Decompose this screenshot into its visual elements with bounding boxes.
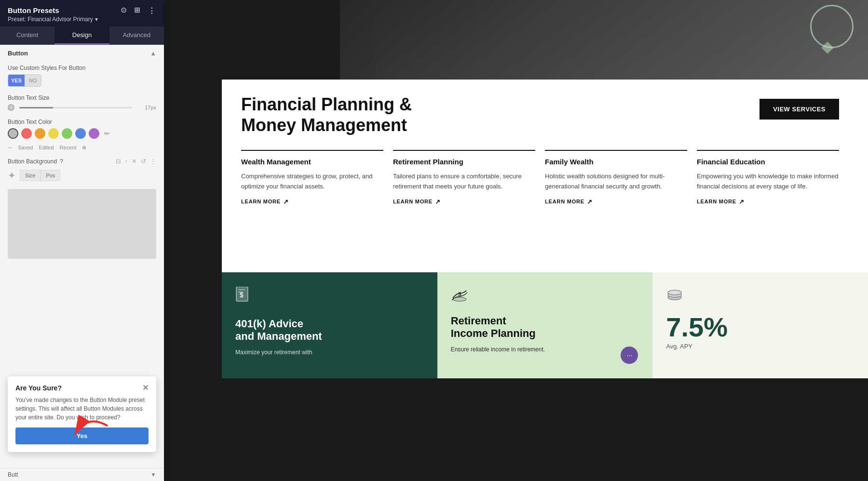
swatch-purple[interactable]	[89, 128, 99, 139]
white-section: Financial Planning & Money Management VI…	[222, 80, 868, 272]
card-retirement-income-desc: Ensure reliable income in retirement.	[451, 345, 639, 354]
swatch-orange[interactable]	[35, 128, 45, 139]
custom-styles-toggle[interactable]: YES NO	[8, 74, 41, 87]
service-title-family: Family Wealth	[545, 158, 687, 166]
card-401k-desc: Maximize your retirement with	[235, 348, 424, 357]
add-icon[interactable]: ⊕	[82, 145, 86, 151]
service-col-education: Financial Education Empowering you with …	[697, 150, 839, 205]
learn-more-retirement[interactable]: LEARN MORE ↗	[393, 198, 535, 205]
swatch-green[interactable]	[62, 128, 72, 139]
saved-label[interactable]: Saved	[18, 145, 33, 151]
arrow-icon-family: ↗	[587, 198, 593, 205]
card-401k-icon: $	[235, 287, 424, 308]
swatch-blue[interactable]	[75, 128, 86, 139]
view-services-button[interactable]: VIEW SERVICES	[760, 99, 839, 120]
text-size-row: Button Text Size 17px	[0, 91, 164, 115]
custom-styles-row: Use Custom Styles For Button YES NO	[0, 61, 164, 91]
preset-label: Preset: Financial Advisor Primary	[8, 16, 93, 23]
toggle-yes[interactable]: YES	[8, 75, 25, 86]
panel-bottom-label: Butt ▼	[0, 468, 164, 481]
main-title: Financial Planning & Money Management	[241, 94, 412, 135]
service-col-family: Family Wealth Holistic wealth solutions …	[545, 150, 687, 205]
pos-button[interactable]: Pos	[41, 170, 60, 181]
help-icon[interactable]: ?	[60, 158, 63, 165]
fullscreen-icon[interactable]: ⊙	[121, 6, 129, 14]
apy-number: 7.5%	[666, 314, 854, 341]
edited-label[interactable]: Edited	[39, 145, 54, 151]
size-button[interactable]: Size	[20, 170, 41, 181]
swatch-red[interactable]	[21, 128, 32, 139]
slider-track	[19, 107, 132, 108]
card-apy: 7.5% Avg. APY	[652, 272, 868, 378]
svg-rect-4	[238, 292, 243, 293]
panel-header: Button Presets ⊙ ⊞ ⋮ Preset: Financial A…	[0, 0, 164, 27]
confirm-title-text: Are You Sure?	[15, 384, 62, 392]
tab-advanced[interactable]: Advanced	[109, 27, 164, 44]
service-col-retirement: Retirement Planning Tailored plans to en…	[393, 150, 535, 205]
section-top: Financial Planning & Money Management VI…	[241, 94, 839, 135]
bg-icon-layout[interactable]: ⊟	[116, 158, 121, 165]
saved-row: ··· Saved Edited Recent ⊕	[0, 143, 164, 155]
text-color-label: Button Text Color	[8, 119, 156, 125]
size-row: ✦ Size Pos	[0, 168, 164, 185]
learn-more-family[interactable]: LEARN MORE ↗	[545, 198, 687, 205]
bg-icon-pin[interactable]: ✕	[132, 158, 137, 165]
card-401k-title: 401(k) Advice and Management	[235, 318, 424, 343]
tab-content[interactable]: Content	[0, 27, 54, 44]
arrow-icon-wealth: ↗	[283, 198, 289, 205]
bg-icon-undo[interactable]: ↺	[141, 158, 146, 165]
section-collapse-icon[interactable]: ▲	[150, 50, 156, 57]
panel-subtitle: Preset: Financial Advisor Primary ▾	[8, 16, 156, 23]
learn-more-education[interactable]: LEARN MORE ↗	[697, 198, 839, 205]
chat-dots-icon: ···	[627, 351, 633, 359]
button-section-header: Button ▲	[0, 45, 164, 61]
swatch-yellow[interactable]	[48, 128, 59, 139]
confirm-dialog: Are You Sure? ✕ You've made changes to t…	[8, 376, 156, 452]
cards-section: $ 401(k) Advice and Management Maximize …	[222, 272, 868, 378]
text-size-slider[interactable]: 17px	[8, 104, 156, 111]
card-retirement-icon: $	[451, 287, 639, 305]
swatch-gray[interactable]	[8, 128, 18, 139]
color-swatches: ✏	[8, 128, 156, 139]
service-desc-wealth: Comprehensive strategies to grow, protec…	[241, 172, 383, 191]
svg-point-9	[668, 290, 681, 295]
card-401k: $ 401(k) Advice and Management Maximize …	[222, 272, 437, 378]
panel-title-text: Button Presets	[8, 6, 59, 14]
deco-circle	[810, 5, 854, 48]
recent-label[interactable]: Recent	[60, 145, 77, 151]
card-retirement-income-title: Retirement Income Planning	[451, 315, 639, 340]
slider-handle[interactable]	[8, 104, 14, 111]
svg-point-5	[453, 297, 466, 301]
service-title-retirement: Retirement Planning	[393, 158, 535, 166]
gradient-handle-left: ✦	[8, 170, 16, 181]
bg-row: Button Background ? ⊟ ↑ ✕ ↺ ⋮	[0, 155, 164, 168]
tab-design[interactable]: Design	[54, 27, 109, 44]
confirm-close-button[interactable]: ✕	[142, 384, 149, 392]
button-section-title: Button	[8, 50, 28, 57]
spacer: ···	[8, 145, 12, 151]
panel-tabs: Content Design Advanced	[0, 27, 164, 45]
bg-icon-cursor[interactable]: ↑	[125, 158, 128, 165]
color-picker-icon[interactable]: ✏	[104, 130, 110, 137]
main-title-line2: Money Management	[241, 115, 407, 135]
arrow-icon-retirement: ↗	[435, 198, 441, 205]
layout-icon[interactable]: ⊞	[134, 6, 143, 14]
more-icon[interactable]: ⋮	[148, 6, 156, 14]
bg-icons: ⊟ ↑ ✕ ↺ ⋮	[116, 158, 157, 165]
confirm-yes-button[interactable]: Yes	[15, 428, 149, 444]
card-retirement-income: $ Retirement Income Planning Ensure reli…	[437, 272, 653, 378]
learn-more-wealth[interactable]: LEARN MORE ↗	[241, 198, 383, 205]
bg-icon-more[interactable]: ⋮	[150, 158, 156, 165]
chat-bubble: ···	[621, 347, 638, 364]
toggle-no[interactable]: NO	[25, 75, 41, 86]
confirm-text: You've made changes to the Button Module…	[15, 396, 149, 422]
main-title-line1: Financial Planning &	[241, 94, 412, 114]
service-desc-retirement: Tailored plans to ensure a comfortable, …	[393, 172, 535, 191]
button-preview-box	[8, 189, 156, 259]
bottom-toggle-icon[interactable]: ▼	[150, 471, 156, 478]
bg-label: Button Background ?	[8, 158, 63, 165]
hero-background-image	[340, 0, 868, 80]
service-col-wealth: Wealth Management Comprehensive strategi…	[241, 150, 383, 205]
services-grid: Wealth Management Comprehensive strategi…	[241, 150, 839, 205]
preset-arrow-icon[interactable]: ▾	[95, 16, 98, 23]
